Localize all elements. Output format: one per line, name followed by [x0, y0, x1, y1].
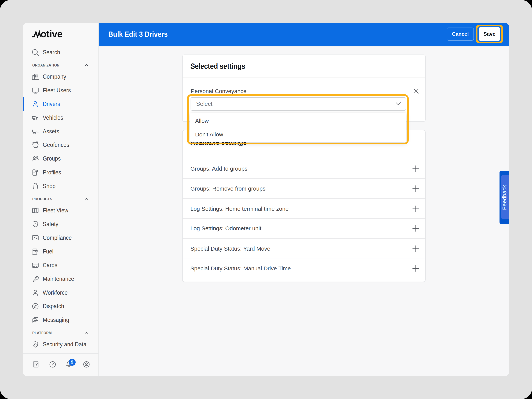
svg-text:otive: otive: [40, 30, 63, 39]
